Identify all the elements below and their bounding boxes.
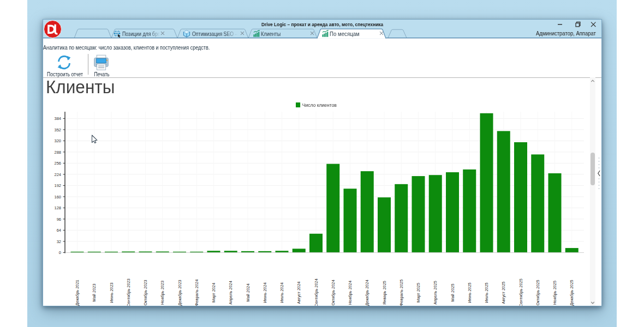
svg-text:Октябрь 2024: Октябрь 2024 [331, 280, 336, 305]
svg-text:Февраль 2025: Февраль 2025 [399, 280, 404, 306]
svg-text:352: 352 [54, 128, 61, 132]
svg-text:224: 224 [54, 172, 61, 177]
svg-text:Март 2025: Март 2025 [416, 283, 421, 302]
svg-text:Май 2023: Май 2023 [92, 284, 97, 302]
svg-text:Декабрь 2024: Декабрь 2024 [365, 280, 369, 305]
svg-text:192: 192 [54, 183, 61, 188]
svg-text:Май 2024: Май 2024 [246, 284, 251, 302]
svg-text:Сентябрь 2025: Сентябрь 2025 [518, 278, 523, 306]
svg-text:Декабрь 2023: Декабрь 2023 [177, 280, 182, 305]
svg-text:Октябрь 2025: Октябрь 2025 [535, 280, 540, 305]
svg-text:Январь 2025: Январь 2025 [382, 281, 387, 305]
svg-text:160: 160 [54, 195, 61, 199]
svg-text:288: 288 [54, 150, 61, 155]
svg-text:Ноябрь 2023: Ноябрь 2023 [160, 281, 165, 305]
svg-text:Сентябрь 2024: Сентябрь 2024 [314, 278, 319, 306]
svg-text:96: 96 [57, 217, 61, 222]
svg-text:Март 2024: Март 2024 [211, 283, 216, 302]
svg-text:Август 2024: Август 2024 [296, 282, 301, 304]
svg-text:Июль 2024: Июль 2024 [279, 282, 284, 302]
svg-text:Декабрь 2021: Декабрь 2021 [75, 280, 80, 305]
svg-text:0: 0 [59, 250, 61, 255]
svg-text:128: 128 [54, 205, 61, 210]
svg-text:Апрель 2024: Апрель 2024 [228, 281, 233, 305]
svg-text:Май 2025: Май 2025 [450, 284, 455, 302]
svg-text:64: 64 [57, 228, 61, 233]
svg-text:Июль 2025: Июль 2025 [484, 282, 489, 302]
svg-text:Февраль 2024: Февраль 2024 [194, 280, 199, 306]
svg-text:Ноябрь 2024: Ноябрь 2024 [348, 281, 353, 305]
svg-text:Август 2025: Август 2025 [501, 282, 506, 304]
svg-text:Июнь 2025: Июнь 2025 [467, 282, 472, 302]
svg-text:320: 320 [54, 138, 61, 143]
svg-text:256: 256 [54, 161, 61, 166]
svg-text:Апрель 2025: Апрель 2025 [433, 281, 438, 305]
svg-text:Июнь 2023: Июнь 2023 [109, 282, 114, 302]
svg-text:Ноябрь 2025: Ноябрь 2025 [552, 281, 557, 305]
svg-text:Декабрь 2025: Декабрь 2025 [569, 280, 574, 305]
svg-text:32: 32 [57, 239, 61, 244]
svg-text:Июнь 2024: Июнь 2024 [263, 282, 267, 302]
svg-text:Октябрь 2023: Октябрь 2023 [143, 280, 148, 305]
svg-text:384: 384 [54, 116, 61, 121]
svg-text:Сентябрь 2023: Сентябрь 2023 [126, 278, 131, 306]
